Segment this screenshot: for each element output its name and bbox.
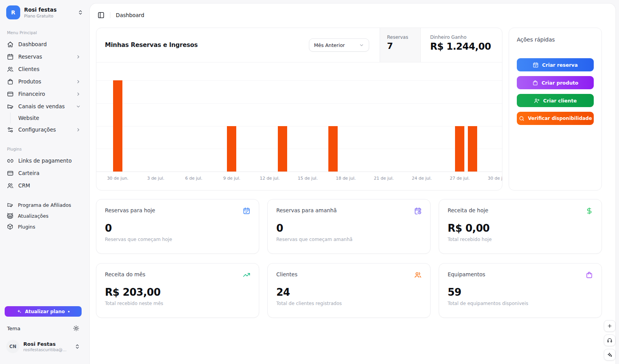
user-name: Rosi Festas [23, 341, 69, 347]
create-product-button[interactable]: Criar produto [517, 76, 594, 89]
shopping-bag-icon [586, 271, 593, 279]
sidebar-item-label: Financeiro [18, 91, 45, 97]
sidebar-item-produtos[interactable]: Produtos [6, 75, 83, 88]
add-button[interactable] [604, 320, 616, 332]
search-icon [519, 116, 525, 121]
chevron-right-icon [76, 127, 81, 132]
workspace-switcher[interactable]: R Rosi festas Plano Gratuito [6, 5, 83, 19]
topbar: Dashboard [90, 3, 616, 27]
period-select[interactable]: Mês Anterior [309, 38, 369, 52]
x-axis-label: 21 de jul. [374, 176, 394, 181]
workspace-avatar: R [6, 5, 20, 19]
support-button[interactable] [604, 335, 616, 346]
sidebar-item-label: Programa de Afiliados [18, 202, 71, 208]
calendar-clock-icon [414, 207, 422, 215]
reservas-summary-value: 7 [387, 41, 420, 51]
chart-title: Minhas Reservas e Ingresos [96, 42, 309, 49]
calendar-check-icon [533, 62, 539, 68]
stat-value: 0 [105, 222, 250, 234]
check-availability-button[interactable]: Verificar disponibilidade [517, 112, 594, 125]
chart-bar [227, 126, 236, 172]
create-client-button[interactable]: Criar cliente [517, 94, 594, 107]
chart-bar [113, 80, 122, 172]
menu-section-label: Menu Principal [7, 30, 83, 35]
chevron-down-icon [76, 104, 81, 109]
sidebar-item-label: Reservas [18, 54, 42, 60]
gridline [96, 103, 502, 104]
x-axis-label: 12 de jul. [260, 176, 280, 181]
gridline [96, 149, 502, 149]
stat-subtitle: Total recebido hoje [448, 237, 593, 242]
sidebar-item-programa-de-afiliados[interactable]: Programa de Afiliados [6, 199, 83, 210]
sidebar-item-label: Links de pagamento [18, 158, 71, 164]
sidebar-item-atualizacoes[interactable]: Atualizações [6, 210, 83, 221]
reservas-summary-label: Reservas [387, 35, 420, 40]
stat-value: R$ 0,00 [448, 222, 593, 234]
create-product-label: Criar produto [542, 80, 579, 86]
create-reservation-button[interactable]: Criar reserva [517, 58, 594, 71]
headphones-icon [607, 338, 612, 343]
sidebar-item-links-de-pagamento[interactable]: Links de pagamento [6, 154, 83, 167]
sidebar-item-configuracoes[interactable]: Configurações [6, 123, 83, 136]
chart-bar [328, 126, 338, 172]
check-availability-label: Verificar disponibilidade [528, 116, 592, 121]
x-axis-label: 9 de jul. [223, 176, 240, 181]
stat-subtitle: Reservas que começam hoje [105, 237, 250, 242]
stat-card-reservas-hoje: Reservas para hoje 0 Reservas que começa… [96, 199, 259, 254]
sidebar-item-label: Website [18, 115, 39, 121]
plus-icon [607, 323, 612, 329]
stat-card-receita-mes: Receita do mês R$ 203,00 Total recebido … [96, 263, 259, 318]
plugins-section-label: Plugins [7, 147, 83, 151]
stat-card-reservas-amanha: Reservas para amanhã 0 Reservas que come… [267, 199, 431, 254]
stat-subtitle: Reservas que começam amanhã [276, 237, 422, 242]
user-plus-icon [534, 98, 540, 104]
sidebar-item-clientes[interactable]: Clientes [6, 63, 83, 75]
sidebar-item-dashboard[interactable]: Dashboard [6, 38, 83, 50]
dollar-icon [586, 207, 593, 215]
quick-actions-title: Ações rápidas [517, 36, 594, 43]
stat-value: 59 [448, 286, 593, 298]
x-axis-label: 24 de jul. [412, 176, 432, 181]
chevron-right-icon [76, 54, 81, 59]
sun-icon[interactable] [73, 325, 79, 331]
divider [110, 12, 110, 18]
stat-title: Receita de hoje [448, 207, 488, 213]
stat-subtitle: Total de equipamentos disponiveis [448, 301, 593, 306]
upgrade-plan-button[interactable]: Atualizar plano [5, 306, 82, 317]
sidebar-item-crm[interactable]: CRM [6, 179, 83, 192]
sidebar-item-label: Plugins [18, 224, 35, 230]
sidebar-item-reservas[interactable]: Reservas [6, 50, 83, 63]
sidebar-item-plugins[interactable]: Plugins [6, 221, 83, 232]
chart-x-axis: 30 de jun.3 de jul.6 de jul.9 de jul.12 … [96, 172, 502, 187]
sidebar-subitem-website[interactable]: Website [17, 113, 83, 123]
sidebar-item-financeiro[interactable]: Financeiro [6, 88, 83, 100]
ai-assistant-button[interactable] [604, 349, 616, 361]
chevron-down-icon [359, 43, 364, 48]
ai-sparkle-icon [607, 352, 612, 357]
x-axis-label: 30 de jul. [488, 176, 502, 181]
sidebar-item-label: Produtos [18, 78, 41, 85]
main-panel: Dashboard Minhas Reservas e Ingresos Mês… [89, 3, 616, 364]
sidebar-item-label: Carteira [18, 170, 39, 176]
quick-actions-card: Ações rápidas Criar reserva Criar produt… [509, 28, 602, 191]
stat-subtitle: Total de clientes registrados [276, 301, 422, 306]
money-summary-value: R$ 1.244,00 [430, 41, 502, 52]
money-summary: Dinheiro Ganho R$ 1.244,00 [421, 28, 502, 62]
sparkles-icon [17, 309, 22, 314]
stat-value: 24 [276, 286, 422, 298]
calendar-icon [7, 54, 14, 60]
sidebar-item-carteira[interactable]: Carteira [6, 167, 83, 179]
sidebar-toggle-icon[interactable] [98, 12, 105, 19]
user-avatar: CN [6, 340, 19, 353]
chevrons-up-down-icon [78, 10, 83, 15]
users-icon [7, 66, 14, 73]
wallet-icon [7, 170, 14, 177]
sidebar-item-canais-de-vendas[interactable]: Canais de vendas [6, 100, 83, 113]
chart-bar [455, 126, 464, 172]
chevron-right-icon [76, 92, 81, 97]
link-icon [7, 158, 14, 164]
user-menu[interactable]: CN Rosi Festas rosifestascuritiba@gm... [5, 340, 82, 353]
stat-title: Receita do mês [105, 271, 145, 277]
stat-title: Reservas para amanhã [276, 207, 337, 213]
chevron-right-icon [76, 79, 81, 84]
